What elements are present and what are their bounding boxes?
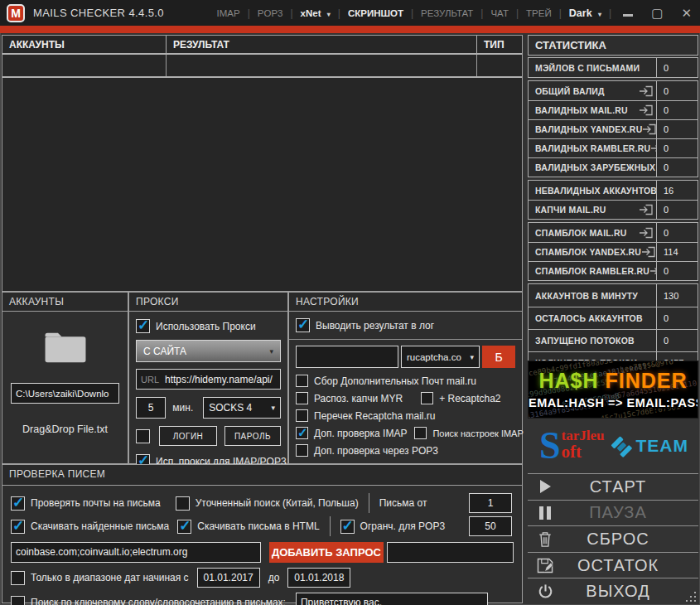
stat-value: 114 — [656, 243, 698, 261]
keyword-search-checkbox[interactable] — [11, 596, 25, 605]
export-button[interactable] — [639, 204, 653, 215]
menu-item-результат[interactable]: РЕЗУЛЬТАТ — [421, 8, 473, 18]
dragdrop-hint: Drag&Drop File.txt — [22, 424, 108, 435]
column-header-result[interactable]: РЕЗУЛЬТАТ — [167, 36, 477, 53]
stat-value: 16 — [656, 181, 698, 200]
column-header-type[interactable]: ТИП — [477, 36, 522, 53]
results-table-header: АККАУНТЫ РЕЗУЛЬТАТ ТИП — [2, 36, 522, 55]
download-html-checkbox[interactable] — [177, 520, 191, 534]
trash-action-button[interactable]: СБРОС — [528, 525, 698, 552]
app-title: MAILS CHECKER 4.4.5.0 — [33, 7, 164, 19]
export-button[interactable] — [639, 227, 653, 239]
export-button[interactable] — [639, 104, 653, 116]
open-folder-button[interactable] — [41, 328, 89, 370]
stat-label: ОСТАЛОСЬ АККАУНТОВ — [535, 313, 643, 323]
proxy-login-button[interactable]: ЛОГИН — [159, 426, 217, 446]
stat-label: МЭЙЛОВ С ПИСЬМАМИ — [535, 63, 640, 73]
hash-finder-banner[interactable]: dce89b4c99fd1f80ab5d7be45901e1ae1811:kol… — [528, 361, 698, 419]
export-button[interactable] — [641, 246, 655, 258]
maximize-button[interactable]: ▢ — [651, 7, 663, 19]
pop3-limit-checkbox[interactable] — [340, 520, 355, 534]
proxy-password-button[interactable]: ПАРОЛЬ — [224, 426, 281, 446]
proxy-type-select[interactable]: SOCKS 4▾ — [203, 397, 281, 419]
stat-label-cell: АККАУНТОВ В МИНУТУ — [529, 284, 656, 307]
download-found-checkbox[interactable] — [11, 520, 25, 534]
minimize-button[interactable] — [623, 7, 633, 18]
letters-from-input[interactable]: 1 — [469, 493, 512, 513]
pop3-limit-input[interactable]: 50 — [469, 516, 512, 536]
refined-search-checkbox[interactable] — [176, 496, 190, 511]
action-buttons: СТАРТПАУЗАСБРОСОСТАТОКВЫХОД — [528, 473, 698, 604]
chevron-down-icon: ▾ — [598, 11, 601, 18]
use-proxy-checkbox[interactable] — [136, 319, 150, 333]
save-action-button[interactable]: ОСТАТОК — [528, 552, 698, 578]
extra-query-input[interactable] — [387, 542, 514, 563]
captcha-key-input[interactable] — [296, 346, 398, 368]
soft-logo-top: tarJleu — [562, 428, 605, 443]
resize-grip[interactable] — [694, 600, 696, 602]
menu-separator: | — [480, 7, 483, 19]
power-icon — [538, 583, 553, 599]
stat-label-cell: НЕВАЛИДНЫХ АККАУНТОВ — [529, 181, 656, 200]
export-icon — [641, 246, 655, 258]
team-logo: TEAM — [610, 433, 689, 458]
captcha-myr-checkbox[interactable] — [296, 392, 308, 404]
proxy-interval-input[interactable]: 5 — [136, 397, 166, 419]
log-output-checkbox[interactable] — [296, 318, 310, 332]
imap-extra-check-checkbox[interactable] — [296, 427, 308, 439]
pop3-extra-check-checkbox[interactable] — [296, 444, 308, 457]
refined-search-label: Уточненный поиск (Китай, Польша) — [196, 497, 359, 509]
theme-select[interactable]: Dark ▾ — [569, 7, 601, 19]
accounts-panel: АККАУНТЫ C:\Users\zaiki\Downlo Drag&Drop… — [2, 292, 128, 464]
close-button[interactable]: ✕ — [681, 7, 692, 19]
proxy-source-select[interactable]: С САЙТА▾ — [136, 340, 281, 362]
date-range-checkbox[interactable] — [11, 571, 25, 585]
recaptcha2-checkbox[interactable] — [421, 392, 433, 404]
export-icon — [642, 123, 656, 135]
divider — [289, 339, 522, 340]
soft-logo-s: S — [539, 428, 561, 462]
export-button[interactable] — [639, 85, 653, 97]
date-from-input[interactable]: 01.01.2017 — [197, 568, 260, 588]
pop3-extra-check-label: Доп. проверка через POP3 — [314, 445, 438, 457]
play-action-button[interactable]: СТАРТ — [528, 474, 698, 500]
export-button[interactable] — [649, 265, 656, 277]
menu-item-трей[interactable]: ТРЕЙ — [526, 8, 552, 18]
proxy-auth-checkbox[interactable] — [136, 429, 150, 443]
keyword-input[interactable]: Приветствую вас, — [296, 593, 488, 605]
column-header-accounts[interactable]: АККАУНТЫ — [2, 36, 167, 53]
pause-action-button[interactable]: ПАУЗА — [528, 500, 698, 526]
export-button[interactable] — [650, 143, 656, 154]
proxy-url-input[interactable]: URL https://hidemy.name/api/ — [136, 369, 281, 390]
chevron-down-icon: ▾ — [269, 347, 273, 356]
stat-row: ВАЛИДНЫХ ЗАРУБЕЖНЫХ0 — [529, 157, 698, 177]
collect-extra-mail-checkbox[interactable] — [296, 375, 308, 387]
stat-label-cell: ВАЛИДНЫХ ЗАРУБЕЖНЫХ — [529, 158, 656, 177]
accounts-path-input[interactable]: C:\Users\zaiki\Downlo — [11, 383, 119, 404]
menu-item-чат[interactable]: ЧАТ — [490, 8, 508, 18]
stat-value: 0 — [656, 58, 698, 77]
stat-label: ВАЛИДНЫХ RAMBLER.RU — [535, 143, 650, 153]
play-icon — [528, 478, 562, 495]
letters-check-panel: ПРОВЕРКА ПИСЕМ Проверять почты на письма… — [2, 464, 523, 603]
trash-icon — [528, 530, 562, 548]
menu-item-pop3[interactable]: POP3 — [258, 8, 283, 18]
power-action-button[interactable]: ВЫХОД — [528, 578, 698, 604]
check-mail-checkbox[interactable] — [11, 496, 25, 511]
stat-row: МЭЙЛОВ С ПИСЬМАМИ0 — [529, 58, 698, 77]
pause-icon — [528, 505, 562, 521]
captcha-balance-button[interactable]: Б — [482, 346, 515, 368]
recaptcha-mailru-checkbox[interactable] — [296, 409, 308, 422]
imap-settings-search-checkbox[interactable] — [414, 427, 427, 439]
export-button[interactable] — [642, 123, 656, 135]
date-to-input[interactable]: 01.01.2018 — [287, 568, 350, 588]
captcha-myr-label: Распоз. капчи MYR — [314, 393, 403, 404]
add-query-button[interactable]: ДОБАВИТЬ ЗАПРОС — [269, 542, 384, 563]
stat-row: КАПЧИ MAIL.RU0 — [529, 200, 698, 219]
menu-separator: | — [516, 7, 519, 19]
captcha-service-select[interactable]: rucaptcha.co▾ — [401, 346, 480, 368]
menu-item-xnet[interactable]: xNet ▾ — [301, 8, 331, 18]
menu-item-imap[interactable]: IMAP — [217, 8, 240, 18]
menu-item-скриншот[interactable]: СКРИНШОТ — [348, 8, 403, 18]
search-query-input[interactable]: coinbase.com;coinvault.io;electrum.org — [11, 542, 261, 563]
